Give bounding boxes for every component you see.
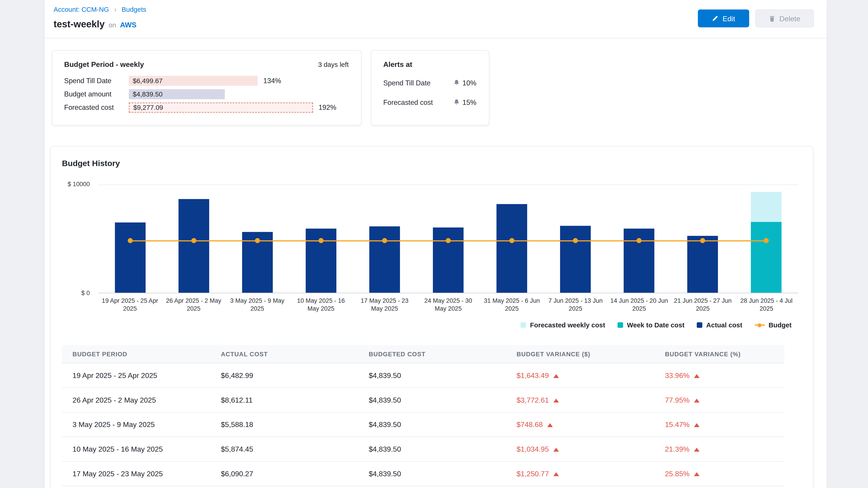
cell-actual-cost: $5,874.45 xyxy=(210,437,358,462)
legend-label: Forecasted weekly cost xyxy=(530,321,605,329)
budget-table-body: 19 Apr 2025 - 25 Apr 2025$6,482.99$4,839… xyxy=(62,363,784,486)
breadcrumb-account-link[interactable]: Account: CCM-NG xyxy=(54,6,109,13)
x-axis-label: 17 May 2025 - 23 May 2025 xyxy=(355,297,414,313)
budget-row-bar: $4,839.50 xyxy=(129,89,225,99)
x-axis-label: 10 May 2025 - 16 May 2025 xyxy=(292,297,350,313)
cell-budget-period: 10 May 2025 - 16 May 2025 xyxy=(62,437,210,462)
variance-up-icon xyxy=(694,399,700,402)
variance-up-icon xyxy=(553,448,559,452)
bell-icon xyxy=(454,98,460,107)
legend-item: Budget xyxy=(754,321,792,329)
alert-threshold: 10% xyxy=(463,79,476,87)
breadcrumb-separator-icon: › xyxy=(114,6,116,13)
variance-up-icon xyxy=(694,423,700,427)
x-axis-label: 7 Jun 2025 - 13 Jun 2025 xyxy=(547,297,604,313)
cell-variance-usd: $748.68 xyxy=(506,412,654,437)
budget-row-label: Budget amount xyxy=(64,90,129,98)
x-axis-label: 21 Jun 2025 - 27 Jun 2025 xyxy=(674,297,732,313)
page: Account: CCM-NG › Budgets test-weekly on… xyxy=(0,0,868,488)
cell-budgeted-cost: $4,839.50 xyxy=(358,363,506,388)
alerts-title: Alerts at xyxy=(383,60,476,69)
x-axis-label: 19 Apr 2025 - 25 Apr 2025 xyxy=(101,297,159,313)
budget-row-percent: 192% xyxy=(318,104,336,111)
table-header: BUDGET PERIODACTUAL COSTBUDGETED COSTBUD… xyxy=(62,345,784,363)
budget-history-card: Budget History $ 10000 $ 0 19 Apr 2025 -… xyxy=(50,146,813,488)
column-header: ACTUAL COST xyxy=(210,345,358,363)
delete-button[interactable]: Delete xyxy=(755,9,814,27)
column-header: BUDGET PERIOD xyxy=(62,345,210,363)
variance-up-icon xyxy=(553,399,559,402)
budget-period-title: Budget Period - weekly xyxy=(64,60,144,69)
edit-button[interactable]: Edit xyxy=(698,9,749,27)
page-header: Account: CCM-NG › Budgets test-weekly on… xyxy=(44,0,827,38)
cell-variance-pct: 21.39% xyxy=(654,437,784,462)
table-row: 19 Apr 2025 - 25 Apr 2025$6,482.99$4,839… xyxy=(62,363,784,388)
main-panel: Account: CCM-NG › Budgets test-weekly on… xyxy=(44,0,827,488)
table-row: 3 May 2025 - 9 May 2025$5,588.18$4,839.5… xyxy=(62,412,784,437)
alert-row-label: Spend Till Date xyxy=(383,79,430,87)
budget-row-bar: $9,277.09 xyxy=(129,103,313,112)
y-axis-label-top: $ 10000 xyxy=(56,181,90,188)
alerts-card: Alerts at Spend Till Date10%Forecasted c… xyxy=(371,50,489,125)
cell-variance-usd: $1,250.77 xyxy=(506,461,654,486)
cell-variance-pct: 25.85% xyxy=(654,461,784,486)
alert-threshold: 15% xyxy=(463,99,476,107)
actual-cost-bar xyxy=(369,227,400,293)
cell-budget-period: 26 Apr 2025 - 2 May 2025 xyxy=(62,388,210,412)
cell-variance-usd: $1,034.95 xyxy=(506,437,654,462)
cell-budget-period: 19 Apr 2025 - 25 Apr 2025 xyxy=(62,363,210,388)
budget-line-dot xyxy=(255,238,260,243)
breadcrumb-budgets-link[interactable]: Budgets xyxy=(122,6,146,13)
budget-period-row: Budget amount$4,839.50 xyxy=(64,89,349,99)
budget-row-label: Forecasted cost xyxy=(64,104,129,111)
x-axis-label: 31 May 2025 - 6 Jun 2025 xyxy=(483,297,541,313)
cell-budget-period: 17 May 2025 - 23 May 2025 xyxy=(62,461,210,486)
budget-row-label: Spend Till Date xyxy=(64,77,129,85)
budget-row-bar: $6,499.67 xyxy=(129,76,258,86)
cell-variance-usd: $3,772.61 xyxy=(506,388,654,412)
chart-plot xyxy=(98,185,798,293)
days-left-label: 3 days left xyxy=(318,61,348,69)
pencil-icon xyxy=(712,15,719,22)
variance-up-icon xyxy=(694,374,700,378)
variance-up-icon xyxy=(694,472,700,476)
column-header: BUDGET VARIANCE (%) xyxy=(654,345,784,363)
cell-budgeted-cost: $4,839.50 xyxy=(358,412,506,437)
forecasted-cost-bar xyxy=(751,192,782,222)
edit-button-label: Edit xyxy=(723,14,735,23)
cell-variance-pct: 33.96% xyxy=(654,363,784,388)
column-header: BUDGET VARIANCE ($) xyxy=(506,345,654,363)
legend-swatch-icon xyxy=(521,322,526,328)
cell-actual-cost: $6,090.27 xyxy=(210,461,358,486)
variance-up-icon xyxy=(553,374,559,378)
x-axis-label: 24 May 2025 - 30 May 2025 xyxy=(419,297,477,313)
chart-legend: Forecasted weekly costWeek to Date costA… xyxy=(521,321,792,329)
variance-up-icon xyxy=(694,448,700,452)
legend-label: Week to Date cost xyxy=(627,321,684,329)
legend-label: Budget xyxy=(769,321,792,329)
x-axis-label: 14 Jun 2025 - 20 Jun 2025 xyxy=(610,297,668,313)
variance-up-icon xyxy=(547,423,553,427)
legend-item: Forecasted weekly cost xyxy=(521,321,605,329)
cell-variance-pct: 15.47% xyxy=(654,412,784,437)
title-on-label: on xyxy=(108,21,116,29)
alert-row: Forecasted cost15% xyxy=(383,97,476,108)
cell-actual-cost: $5,588.18 xyxy=(210,412,358,437)
cell-budgeted-cost: $4,839.50 xyxy=(358,461,506,486)
actual-cost-bar xyxy=(687,236,718,293)
cell-variance-usd: $1,643.49 xyxy=(506,363,654,388)
x-axis-label: 28 Jun 2025 - 4 Jul 2025 xyxy=(737,297,796,313)
budget-line-dot xyxy=(382,238,387,243)
trash-icon xyxy=(769,15,776,22)
alert-rows: Spend Till Date10%Forecasted cost15% xyxy=(383,77,476,108)
cell-variance-pct: 77.95% xyxy=(654,388,784,412)
chart-x-labels: 19 Apr 2025 - 25 Apr 202526 Apr 2025 - 2… xyxy=(98,297,798,317)
table-row: 17 May 2025 - 23 May 2025$6,090.27$4,839… xyxy=(62,461,784,486)
budget-row-percent: 134% xyxy=(264,77,281,85)
table-row: 10 May 2025 - 16 May 2025$5,874.45$4,839… xyxy=(62,437,784,462)
cell-budget-period: 3 May 2025 - 9 May 2025 xyxy=(62,412,210,437)
legend-item: Actual cost xyxy=(697,321,742,329)
budget-rows: Spend Till Date$6,499.67134%Budget amoun… xyxy=(64,76,349,113)
actual-cost-bar xyxy=(560,226,591,293)
actual-cost-bar xyxy=(433,228,464,293)
